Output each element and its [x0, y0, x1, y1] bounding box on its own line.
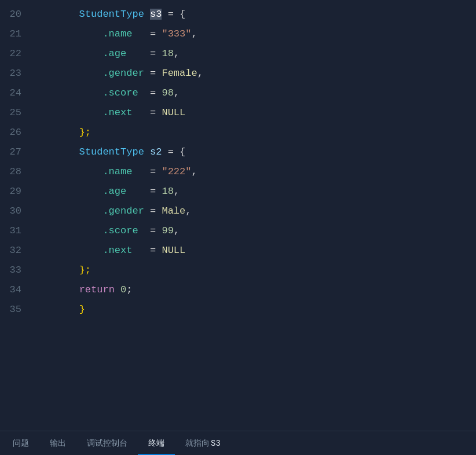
tab-label: 就指向 — [185, 438, 210, 449]
line-number: 34 — [0, 280, 32, 300]
code-line: 22 .age = 18, — [0, 44, 476, 64]
tab-label: 终端 — [148, 438, 164, 449]
tab-suffix: S3 — [211, 439, 221, 448]
line-content: return 0; — [32, 280, 132, 300]
line-content: .next = NULL — [32, 241, 185, 260]
code-line: 35 } — [0, 300, 476, 320]
line-content: .gender = Male, — [32, 201, 191, 221]
line-content: .next = NULL — [32, 103, 185, 123]
line-number: 21 — [0, 24, 32, 44]
tab-label: 输出 — [50, 438, 66, 449]
tab-item[interactable]: 输出 — [39, 431, 76, 455]
line-content: .age = 18, — [32, 182, 180, 201]
code-line: 20 StudentType s3 = { — [0, 5, 476, 24]
code-line: 25 .next = NULL — [0, 103, 476, 123]
tab-item[interactable]: 调试控制台 — [76, 431, 138, 455]
code-line: 27 StudentType s2 = { — [0, 142, 476, 162]
line-number: 26 — [0, 123, 32, 142]
line-content: .name = "333", — [32, 24, 197, 44]
line-content: } — [32, 300, 85, 320]
line-content: }; — [32, 123, 91, 142]
tab-item[interactable]: 问题 — [2, 431, 39, 455]
code-line: 32 .next = NULL — [0, 241, 476, 260]
code-line: 28 .name = "222", — [0, 162, 476, 182]
code-line: 29 .age = 18, — [0, 182, 476, 201]
code-line: 24 .score = 98, — [0, 83, 476, 103]
line-number: 28 — [0, 162, 32, 182]
code-line: 33 }; — [0, 260, 476, 280]
line-number: 22 — [0, 44, 32, 64]
line-number: 33 — [0, 260, 32, 280]
line-number: 23 — [0, 64, 32, 83]
code-line: 23 .gender = Female, — [0, 64, 476, 83]
line-content: .name = "222", — [32, 162, 197, 182]
tab-label: 问题 — [13, 438, 29, 449]
tab-item[interactable]: 就指向S3 — [175, 431, 231, 455]
line-number: 30 — [0, 201, 32, 221]
code-line: 21 .name = "333", — [0, 24, 476, 44]
line-content: StudentType s2 = { — [32, 142, 185, 162]
line-number: 35 — [0, 300, 32, 320]
line-content: .gender = Female, — [32, 64, 203, 83]
line-number: 31 — [0, 221, 32, 241]
line-content: .age = 18, — [32, 44, 180, 64]
line-number: 24 — [0, 83, 32, 103]
code-line: 30 .gender = Male, — [0, 201, 476, 221]
line-content: StudentType s3 = { — [32, 5, 185, 24]
code-line: 34 return 0; — [0, 280, 476, 300]
line-content: .score = 99, — [32, 221, 180, 241]
tab-label: 调试控制台 — [87, 438, 127, 449]
line-number: 20 — [0, 5, 32, 24]
line-content: }; — [32, 260, 91, 280]
line-number: 25 — [0, 103, 32, 123]
line-number: 29 — [0, 182, 32, 201]
line-content: .score = 98, — [32, 83, 180, 103]
code-line: 31 .score = 99, — [0, 221, 476, 241]
code-line: 26 }; — [0, 123, 476, 142]
code-editor: 20 StudentType s3 = {21 .name = "333",22… — [0, 0, 476, 431]
line-number: 32 — [0, 241, 32, 260]
tab-item[interactable]: 终端 — [138, 431, 175, 455]
bottom-tab-bar: 问题输出调试控制台终端就指向S3 — [0, 431, 476, 455]
line-number: 27 — [0, 142, 32, 162]
